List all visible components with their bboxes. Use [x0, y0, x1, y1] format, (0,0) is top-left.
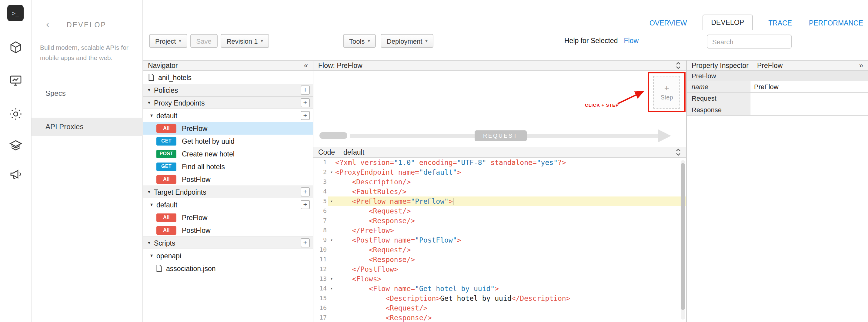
method-badge: POST [156, 149, 176, 158]
fold-toggle-icon[interactable]: ▾ [328, 235, 335, 245]
tab-develop[interactable]: DEVELOP [703, 14, 752, 30]
inspector-row-request: Request [687, 93, 868, 104]
icon-rail: >_ [0, 0, 32, 322]
collapse-panel-icon[interactable]: « [304, 61, 308, 70]
nav-section-proxy-endpoints[interactable]: ▾Proxy Endpoints+ [143, 96, 313, 109]
nav-section-scripts[interactable]: ▾Scripts+ [143, 236, 313, 249]
code-line-11[interactable]: 11 <Response/> [313, 255, 686, 264]
nav-subsection-default[interactable]: ▾default+ [143, 109, 313, 122]
code-title: Code [318, 149, 335, 156]
left-sidebar: ‹ DEVELOP Build modern, scalable APIs fo… [32, 0, 143, 322]
code-line-10[interactable]: 10 <Request/> [313, 245, 686, 255]
nav-flow-get-hotel-by-uuid[interactable]: GETGet hotel by uuid [143, 135, 313, 147]
code-text: <Flow name="Get hotel by uuid"> [335, 284, 499, 293]
nav-subsection-default[interactable]: ▾default+ [143, 198, 313, 211]
code-line-17[interactable]: 17 <Response/> [313, 313, 686, 322]
scrollbar-thumb[interactable] [681, 164, 685, 310]
fold-gutter [328, 158, 335, 167]
code-text: <Response/> [335, 313, 432, 322]
nav-subsection-openapi[interactable]: ▾openapi [143, 249, 313, 262]
add-button[interactable]: + [301, 86, 310, 95]
nav-section-target-endpoints[interactable]: ▾Target Endpoints+ [143, 185, 313, 198]
add-step-button[interactable]: + Step [653, 76, 680, 109]
fold-toggle-icon[interactable]: ▾ [328, 167, 335, 177]
terminal-logo-icon[interactable]: >_ [7, 5, 24, 21]
fold-toggle-icon[interactable]: ▾ [328, 197, 335, 206]
expand-panel-icon[interactable]: » [859, 61, 863, 70]
back-chevron-icon[interactable]: ‹ [46, 19, 49, 29]
add-button[interactable]: + [301, 187, 310, 197]
help-flow-link[interactable]: Flow [624, 37, 639, 44]
caret-down-icon: ▾ [148, 240, 150, 245]
add-button[interactable]: + [301, 98, 310, 107]
tools-dropdown[interactable]: Tools ▾ [343, 34, 376, 48]
sidebar-item-api-proxies[interactable]: API Proxies [32, 118, 143, 136]
nav-item-label: Policies [154, 86, 178, 94]
annotation-arrow [615, 86, 650, 106]
property-value[interactable] [750, 93, 868, 104]
code-line-1[interactable]: 1<?xml version="1.0" encoding="UTF-8" st… [313, 158, 686, 167]
monitor-icon[interactable] [8, 74, 23, 88]
nav-flow-postflow[interactable]: AllPostFlow [143, 173, 313, 185]
add-button[interactable]: + [301, 200, 310, 209]
code-line-9[interactable]: 9▾ <PostFlow name="PostFlow"> [313, 235, 686, 245]
layers-icon[interactable] [8, 138, 23, 153]
save-button[interactable]: Save [190, 34, 218, 48]
add-button[interactable]: + [301, 111, 310, 120]
code-line-15[interactable]: 15 <Description>Get hotel by uuid</Descr… [313, 293, 686, 303]
code-text: </PreFlow> [335, 226, 394, 235]
code-line-3[interactable]: 3 <Description/> [313, 177, 686, 187]
fold-toggle-icon[interactable]: ▾ [328, 274, 335, 284]
search-input[interactable] [707, 35, 792, 49]
add-button[interactable]: + [301, 238, 310, 247]
code-line-7[interactable]: 7 <Response/> [313, 216, 686, 226]
tab-overview[interactable]: OVERVIEW [648, 16, 688, 30]
property-value[interactable]: PreFlow [750, 81, 868, 92]
method-badge: All [156, 226, 176, 234]
code-editor[interactable]: 1<?xml version="1.0" encoding="UTF-8" st… [313, 158, 686, 322]
property-value[interactable] [750, 104, 868, 115]
nav-item-label: Create new hotel [182, 150, 235, 157]
tab-trace[interactable]: TRACE [767, 16, 793, 30]
fold-gutter [328, 226, 335, 235]
gear-icon[interactable] [8, 107, 23, 121]
nav-flow-preflow[interactable]: AllPreFlow [143, 211, 313, 224]
request-pill-label: REQUEST [475, 130, 526, 141]
cube-icon[interactable] [8, 40, 23, 55]
nav-file-anil-hotels[interactable]: anil_hotels [143, 71, 313, 84]
nav-item-label: PostFlow [182, 176, 211, 183]
project-dropdown[interactable]: Project ▾ [149, 34, 187, 48]
code-line-16[interactable]: 16 <Request/> [313, 303, 686, 313]
toolbar-left-group: Project ▾ Save Revision 1 ▾ [149, 34, 269, 48]
nav-file-association-json[interactable]: association.json [143, 262, 313, 275]
tab-performance[interactable]: PERFORMANCE [808, 16, 864, 30]
deployment-dropdown[interactable]: Deployment ▾ [381, 34, 433, 48]
nav-flow-postflow[interactable]: AllPostFlow [143, 224, 313, 236]
code-line-4[interactable]: 4 <FaultRules/> [313, 187, 686, 197]
nav-flow-preflow[interactable]: AllPreFlow [143, 122, 313, 135]
collapse-expand-icon[interactable] [675, 61, 681, 70]
code-line-13[interactable]: 13▾ <Flows> [313, 274, 686, 284]
line-number: 12 [313, 264, 328, 274]
code-line-14[interactable]: 14▾ <Flow name="Get hotel by uuid"> [313, 284, 686, 293]
navigator-tree: anil_hotels▾Policies+▾Proxy Endpoints+▾d… [143, 71, 313, 275]
caret-down-icon: ▾ [148, 189, 150, 195]
revision-dropdown[interactable]: Revision 1 ▾ [221, 34, 269, 48]
code-line-6[interactable]: 6 <Request/> [313, 206, 686, 216]
collapse-expand-icon[interactable] [675, 148, 681, 156]
megaphone-icon[interactable] [8, 167, 23, 181]
code-line-5[interactable]: 5▾ <PreFlow name="PreFlow"> [313, 197, 686, 206]
nav-flow-create-new-hotel[interactable]: POSTCreate new hotel [143, 147, 313, 160]
code-subtitle: default [343, 149, 364, 156]
sidebar-item-specs[interactable]: Specs [32, 84, 143, 103]
code-line-8[interactable]: 8 </PreFlow> [313, 226, 686, 235]
code-line-12[interactable]: 12 </PostFlow> [313, 264, 686, 274]
nav-flow-find-all-hotels[interactable]: GETFind all hotels [143, 160, 313, 173]
fold-toggle-icon[interactable]: ▾ [328, 284, 335, 293]
code-text: <Request/> [335, 206, 411, 216]
code-line-2[interactable]: 2▾<ProxyEndpoint name="default"> [313, 167, 686, 177]
nav-item-label: PostFlow [182, 227, 211, 234]
nav-section-policies[interactable]: ▾Policies+ [143, 84, 313, 96]
code-text: <Description/> [335, 177, 411, 187]
file-icon [156, 264, 162, 272]
